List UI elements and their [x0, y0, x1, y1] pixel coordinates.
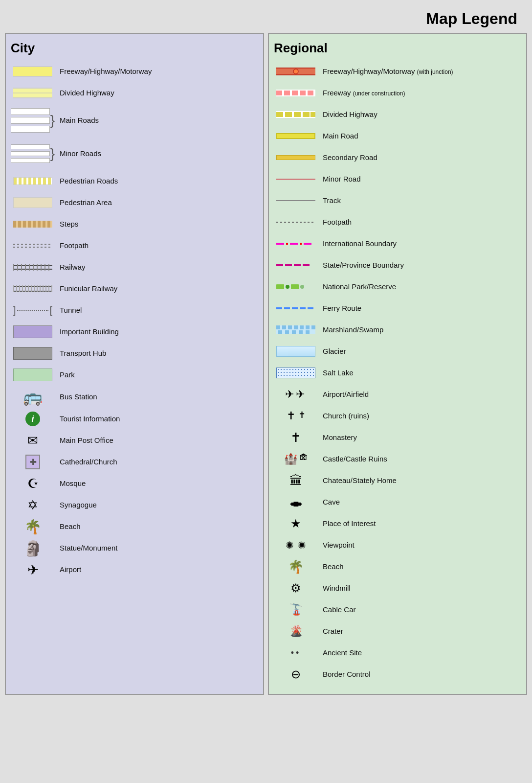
- list-item: 🏛 Chateau/Stately Home: [274, 472, 521, 489]
- reg-church-ruins-icon: ✝✝: [274, 410, 318, 422]
- svg-rect-26: [284, 307, 290, 309]
- synagogue-icon: ✡: [11, 498, 55, 513]
- svg-rect-15: [310, 112, 315, 117]
- svg-rect-35: [300, 325, 304, 329]
- svg-rect-20: [304, 243, 311, 245]
- state-boundary-svg: [276, 264, 315, 267]
- list-item: 🕳 Cave: [274, 493, 521, 511]
- reg-ferry-icon: [274, 307, 318, 310]
- important-building-icon: [11, 325, 55, 338]
- intl-boundary-svg: [276, 242, 315, 246]
- list-item: 🏰🏚 Castle/Castle Ruins: [274, 450, 521, 468]
- list-item: •• Ancient Site: [274, 644, 521, 662]
- list-item: Salt Lake: [274, 364, 521, 382]
- airport-city-icon: ✈: [11, 562, 55, 578]
- svg-rect-25: [276, 307, 282, 309]
- city-heading: City: [11, 41, 258, 56]
- reg-intl-boundary-label: International Boundary: [323, 239, 397, 248]
- beach-city-icon: 🌴: [11, 519, 55, 535]
- svg-rect-32: [282, 325, 286, 329]
- post-office-icon: ✉: [11, 433, 55, 448]
- reg-secondary-road-label: Secondary Road: [323, 153, 377, 162]
- mosque-icon: ☪: [11, 476, 55, 491]
- list-item: Main Road: [274, 127, 521, 145]
- reg-freeway-junction-label: Freeway/Highway/Motorway (with junction): [323, 67, 453, 76]
- list-item: Important Building: [11, 323, 258, 341]
- columns: City Freeway/Highway/Motorway Divided Hi…: [5, 33, 527, 695]
- list-item: Footpath: [11, 237, 258, 254]
- transport-hub-label: Transport Hub: [60, 349, 106, 358]
- reg-minor-road-icon: [274, 179, 318, 180]
- reg-ferry-label: Ferry Route: [323, 304, 361, 313]
- list-item: Minor Road: [274, 170, 521, 188]
- main-roads-icon: }: [11, 108, 55, 133]
- steps-icon: [11, 221, 55, 228]
- svg-rect-6: [284, 91, 290, 95]
- list-item: 🌴 Beach: [11, 518, 258, 535]
- freeway-construction-svg: [276, 90, 315, 96]
- freeway-city-label: Freeway/Highway/Motorway: [60, 67, 152, 76]
- list-item: ☪ Mosque: [11, 475, 258, 492]
- list-item: } Main Roads: [11, 106, 258, 135]
- reg-viewpoint-label: Viewpoint: [323, 541, 355, 550]
- reg-glacier-label: Glacier: [323, 347, 346, 356]
- regional-heading: Regional: [274, 41, 521, 56]
- reg-main-road-label: Main Road: [323, 132, 358, 140]
- divided-hwy-city-icon: [11, 88, 55, 98]
- reg-chateau-label: Chateau/Stately Home: [323, 476, 397, 485]
- reg-state-boundary-label: State/Province Boundary: [323, 261, 404, 270]
- reg-crater-label: Crater: [323, 627, 343, 636]
- statue-icon: 🗿: [11, 540, 55, 557]
- reg-salt-lake-label: Salt Lake: [323, 368, 354, 377]
- svg-rect-5: [276, 91, 282, 95]
- reg-footpath-label: Footpath: [323, 218, 352, 227]
- svg-rect-13: [294, 112, 301, 117]
- svg-rect-31: [276, 325, 280, 329]
- reg-airport-label: Airport/Airfield: [323, 390, 369, 399]
- list-item: Footpath: [274, 213, 521, 231]
- reg-divided-hwy-label: Divided Highway: [323, 110, 377, 119]
- list-item: ✚ Cathedral/Church: [11, 453, 258, 471]
- list-item: International Boundary: [274, 235, 521, 253]
- svg-rect-12: [285, 112, 292, 117]
- transport-hub-icon: [11, 347, 55, 360]
- svg-rect-21: [276, 264, 283, 266]
- list-item: Marshland/Swamp: [274, 321, 521, 339]
- reg-marshland-icon: [274, 325, 318, 334]
- minor-roads-label: Minor Roads: [60, 149, 101, 158]
- reg-minor-road-label: Minor Road: [323, 175, 361, 184]
- railway-label: Railway: [60, 263, 86, 272]
- svg-rect-41: [299, 330, 303, 334]
- list-item: Freeway/Highway/Motorway: [11, 63, 258, 80]
- list-item: ✈✈ Airport/Airfield: [274, 386, 521, 403]
- list-item: Steps: [11, 215, 258, 233]
- reg-viewpoint-icon: ✺✺: [274, 539, 318, 551]
- svg-rect-16: [276, 243, 284, 245]
- main-roads-label: Main Roads: [60, 116, 99, 125]
- cathedral-label: Cathedral/Church: [60, 458, 117, 466]
- cathedral-icon: ✚: [11, 455, 55, 469]
- statue-label: Statue/Monument: [60, 544, 117, 553]
- park-label: Park: [60, 370, 75, 379]
- svg-rect-36: [306, 325, 310, 329]
- reg-place-interest-icon: ★: [274, 517, 318, 530]
- reg-airport-icon: ✈✈: [274, 388, 318, 401]
- reg-footpath-icon: [274, 222, 318, 223]
- svg-rect-27: [292, 307, 298, 309]
- synagogue-label: Synagogue: [60, 501, 97, 509]
- reg-crater-icon: 🌋: [274, 625, 318, 638]
- reg-cablecar-icon: 🚡: [274, 603, 318, 616]
- svg-rect-24: [303, 264, 310, 266]
- ped-area-icon: [11, 197, 55, 208]
- info-circle: i: [25, 412, 40, 426]
- list-item: ✝ Monastery: [274, 429, 521, 446]
- ped-roads-icon: [11, 177, 55, 185]
- svg-rect-18: [290, 243, 298, 245]
- reg-cave-label: Cave: [323, 498, 340, 507]
- svg-rect-7: [292, 91, 298, 95]
- list-item: ] [ Tunnel: [11, 301, 258, 319]
- mosque-label: Mosque: [60, 479, 86, 488]
- reg-marshland-label: Marshland/Swamp: [323, 325, 383, 334]
- list-item: Pedestrian Roads: [11, 172, 258, 190]
- footpath-city-icon: [11, 244, 55, 248]
